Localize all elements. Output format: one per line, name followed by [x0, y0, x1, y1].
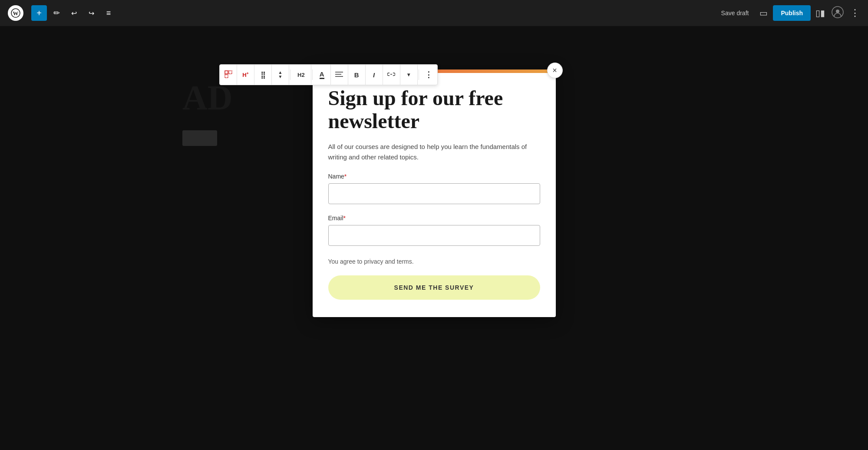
svg-point-3 [836, 10, 839, 13]
user-icon [832, 6, 844, 20]
svg-rect-6 [225, 75, 228, 78]
drag-icon: ⣿ [261, 71, 266, 79]
bold-icon: B [354, 71, 359, 79]
h2-label: H2 [297, 72, 305, 78]
plus-icon: + [36, 8, 42, 18]
sidebar-icon: ▯▮ [815, 8, 825, 18]
transform-icon [224, 70, 233, 80]
undo-icon: ↩ [71, 9, 77, 17]
email-field-group: Email* [328, 215, 540, 255]
drag-handle-button[interactable]: ⣿ [254, 64, 272, 85]
more-options-button[interactable]: ⋮ [847, 5, 863, 21]
more-options-dropdown[interactable]: ▾ [400, 64, 418, 85]
vertical-dots-icon: ⋮ [425, 70, 432, 79]
newsletter-modal: Sign up for our free newsletter All of o… [313, 69, 556, 317]
modal-description: All of our courses are designed to help … [328, 142, 540, 162]
list-icon: ≡ [106, 9, 111, 18]
italic-icon: I [373, 71, 375, 79]
modal-body: Sign up for our free newsletter All of o… [313, 73, 556, 317]
view-icon: ▭ [759, 8, 768, 18]
name-label: Name* [328, 173, 540, 180]
privacy-text: You agree to privacy and terms. [328, 258, 540, 265]
add-block-button[interactable]: + [31, 5, 47, 21]
modal-close-button[interactable]: × [547, 63, 563, 78]
name-input[interactable] [328, 183, 540, 204]
h2-button[interactable]: H2 [291, 64, 311, 85]
block-toolbar: H+ ⣿ ▲▼ H2 A B I [219, 64, 438, 85]
pen-icon: ✏ [53, 8, 60, 18]
wp-logo-icon: W [8, 5, 23, 21]
submit-button[interactable]: SEND ME THE SURVEY [328, 275, 540, 300]
list-view-button[interactable]: ≡ [101, 5, 116, 21]
toolbar-divider-1 [290, 69, 290, 80]
redo-icon: ↪ [89, 9, 94, 17]
text-color-icon: A [320, 70, 324, 79]
move-button[interactable]: ▲▼ [272, 64, 289, 85]
heading-block-button[interactable]: H+ [237, 64, 254, 85]
top-toolbar: W + ✏ ↩ ↪ ≡ Save draft ▭ Publish ▯▮ ⋮ [0, 0, 868, 26]
modal-wrapper: × Sign up for our free newsletter All of… [313, 69, 556, 317]
redo-button[interactable]: ↪ [83, 5, 99, 21]
name-field-group: Name* [328, 173, 540, 213]
toolbar-divider-3 [419, 69, 419, 80]
toolbar-divider-2 [312, 69, 313, 80]
svg-rect-5 [229, 71, 232, 74]
link-icon [387, 71, 395, 78]
sidebar-toggle-button[interactable]: ▯▮ [812, 5, 828, 21]
view-button[interactable]: ▭ [756, 5, 771, 21]
email-label: Email* [328, 215, 540, 222]
edit-button[interactable]: ✏ [49, 5, 64, 21]
save-draft-button[interactable]: Save draft [716, 6, 754, 20]
wp-logo: W [5, 0, 26, 26]
close-icon: × [552, 66, 557, 75]
block-options-button[interactable]: ⋮ [420, 64, 437, 85]
chevron-down-icon: ▾ [407, 72, 410, 78]
align-icon [335, 71, 343, 79]
modal-title: Sign up for our free newsletter [328, 87, 540, 133]
heading-icon: H+ [242, 71, 249, 78]
text-color-button[interactable]: A [314, 64, 331, 85]
arrows-icon: ▲▼ [278, 70, 283, 79]
email-input[interactable] [328, 225, 540, 246]
svg-text:W: W [13, 10, 19, 17]
undo-button[interactable]: ↩ [66, 5, 82, 21]
link-button[interactable] [383, 64, 400, 85]
italic-button[interactable]: I [366, 64, 383, 85]
publish-button[interactable]: Publish [773, 5, 811, 21]
align-button[interactable] [331, 64, 348, 85]
modal-overlay: × Sign up for our free newsletter All of… [0, 26, 868, 450]
bold-button[interactable]: B [348, 64, 366, 85]
transform-block-button[interactable] [220, 64, 237, 85]
more-icon: ⋮ [850, 7, 860, 19]
user-button[interactable] [830, 5, 845, 21]
svg-rect-4 [225, 71, 228, 74]
